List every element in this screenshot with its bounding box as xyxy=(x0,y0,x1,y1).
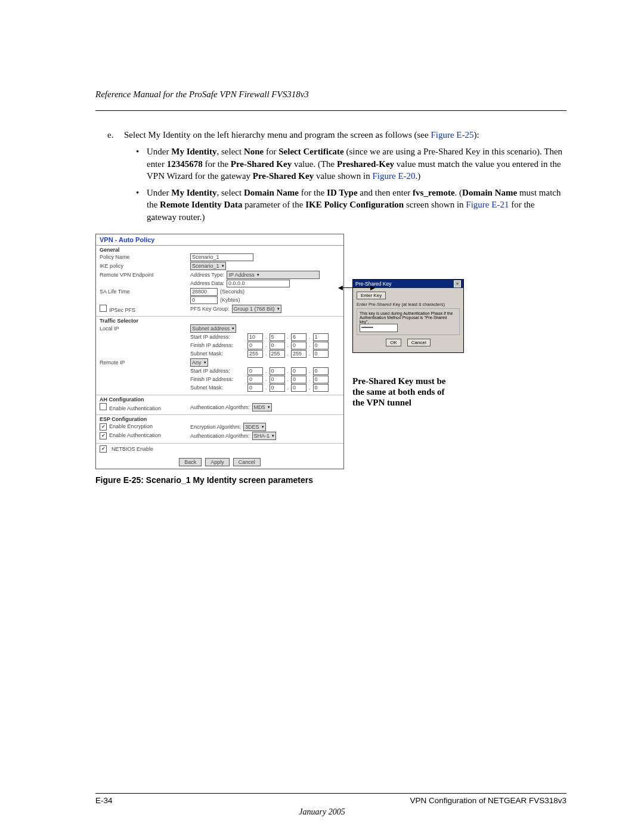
annotation-text: Pre-Shared Key must be the same at both … xyxy=(352,376,448,408)
esp-enc-alg-select[interactable]: 3DES xyxy=(243,423,266,431)
page-header: Reference Manual for the ProSafe VPN Fir… xyxy=(95,89,566,111)
local-finish-ip-3[interactable]: 0 xyxy=(291,342,306,349)
policy-name-input[interactable]: Scenario_1 xyxy=(190,253,253,261)
remote-finish-ip-1[interactable]: 0 xyxy=(247,376,263,383)
esp-title: ESP Configuration xyxy=(100,416,340,422)
remote-mask-4[interactable]: 0 xyxy=(313,384,329,392)
step-text: Select My Identity on the left hierarchy… xyxy=(124,130,479,140)
local-start-ip-3[interactable]: 6 xyxy=(291,333,306,341)
close-icon[interactable]: × xyxy=(454,280,461,287)
dialog-sub-hint: This key is used during Authentication P… xyxy=(360,311,457,324)
step-e: e. Select My Identity on the left hierar… xyxy=(107,129,566,223)
remote-finish-ip-4[interactable]: 0 xyxy=(313,376,329,383)
bullet-2: Under My Identity, select Domain Name fo… xyxy=(147,187,566,223)
remote-mask-1[interactable]: 0 xyxy=(247,384,263,392)
local-mask-2[interactable]: 255 xyxy=(270,350,285,358)
remote-mask-2[interactable]: 0 xyxy=(270,384,285,392)
remote-start-ip-1[interactable]: 0 xyxy=(247,367,263,375)
local-start-ip-2[interactable]: 5 xyxy=(270,333,285,341)
cancel-button[interactable]: Cancel xyxy=(233,458,261,466)
esp-auth-checkbox[interactable]: ✔ xyxy=(100,432,107,439)
footer-date: January 2005 xyxy=(0,807,644,817)
enter-key-button[interactable]: Enter Key xyxy=(357,292,386,299)
ah-auth-alg-select[interactable]: MD5 xyxy=(252,403,272,411)
remote-mask-3[interactable]: 0 xyxy=(291,384,306,392)
sa-seconds-input[interactable]: 28800 xyxy=(190,288,218,296)
traffic-title: Traffic Selector xyxy=(100,318,340,324)
local-start-ip-4[interactable]: 1 xyxy=(313,333,329,341)
footer-right: VPN Configuration of NETGEAR FVS318v3 xyxy=(410,796,566,805)
local-finish-ip-4[interactable]: 0 xyxy=(313,342,329,349)
address-type-select[interactable]: IP Address xyxy=(227,271,320,279)
page-number: E-34 xyxy=(95,796,113,805)
dialog-cancel-button[interactable]: Cancel xyxy=(407,339,431,346)
figure-caption: Figure E-25: Scenario_1 My Identity scre… xyxy=(95,475,566,485)
local-mask-1[interactable]: 255 xyxy=(247,350,263,358)
pfs-key-group-select[interactable]: Group 1 (768 Bit) xyxy=(232,305,281,313)
ike-policy-select[interactable]: Scenario_1 xyxy=(190,262,226,270)
apply-button[interactable]: Apply xyxy=(205,458,230,466)
remote-start-ip-3[interactable]: 0 xyxy=(291,367,306,375)
local-start-ip-1[interactable]: 10 xyxy=(247,333,263,341)
pre-shared-key-dialog: Pre-Shared Key × Enter Key Enter Pre-Sha… xyxy=(352,279,464,353)
panel-title: VPN - Auto Policy xyxy=(96,234,343,246)
local-finish-ip-1[interactable]: 0 xyxy=(247,342,263,349)
esp-enc-checkbox[interactable]: ✔ xyxy=(100,423,107,431)
psk-input[interactable]: •••••••• xyxy=(360,324,398,332)
remote-ip-select[interactable]: Any xyxy=(190,358,208,367)
address-data-input[interactable]: 0.0.0.0 xyxy=(227,280,290,287)
local-mask-4[interactable]: 0 xyxy=(313,350,329,358)
remote-start-ip-2[interactable]: 0 xyxy=(270,367,285,375)
dialog-hint: Enter Pre-Shared Key (at least 8 charact… xyxy=(357,302,460,307)
figure-ref-e21[interactable]: Figure E-21 xyxy=(466,200,509,209)
remote-finish-ip-3[interactable]: 0 xyxy=(291,376,306,383)
local-mask-3[interactable]: 255 xyxy=(291,350,306,358)
bullet-1: Under My Identity, select None for Selec… xyxy=(147,145,566,182)
vpn-auto-policy-panel: VPN - Auto Policy General Policy NameSce… xyxy=(95,234,344,469)
general-title: General xyxy=(100,247,340,253)
back-button[interactable]: Back xyxy=(179,458,202,466)
remote-start-ip-4[interactable]: 0 xyxy=(313,367,329,375)
local-finish-ip-2[interactable]: 0 xyxy=(270,342,285,349)
figure-e25: VPN - Auto Policy General Policy NameSce… xyxy=(95,234,566,469)
sa-kbytes-input[interactable]: 0 xyxy=(190,296,218,304)
netbios-checkbox[interactable]: ✔ xyxy=(100,445,107,453)
remote-finish-ip-2[interactable]: 0 xyxy=(270,376,285,383)
local-ip-select[interactable]: Subnet address xyxy=(190,324,236,333)
arrow-icon xyxy=(339,287,374,289)
ok-button[interactable]: OK xyxy=(386,339,401,346)
ipsec-pfs-checkbox[interactable] xyxy=(100,305,107,312)
step-marker: e. xyxy=(107,129,113,141)
ah-enable-checkbox[interactable] xyxy=(100,403,107,410)
esp-auth-alg-select[interactable]: SHA-1 xyxy=(252,432,277,440)
figure-ref-e25[interactable]: Figure E-25 xyxy=(431,130,473,140)
figure-ref-e20[interactable]: Figure E-20 xyxy=(373,171,416,181)
ah-title: AH Configuration xyxy=(100,397,340,402)
